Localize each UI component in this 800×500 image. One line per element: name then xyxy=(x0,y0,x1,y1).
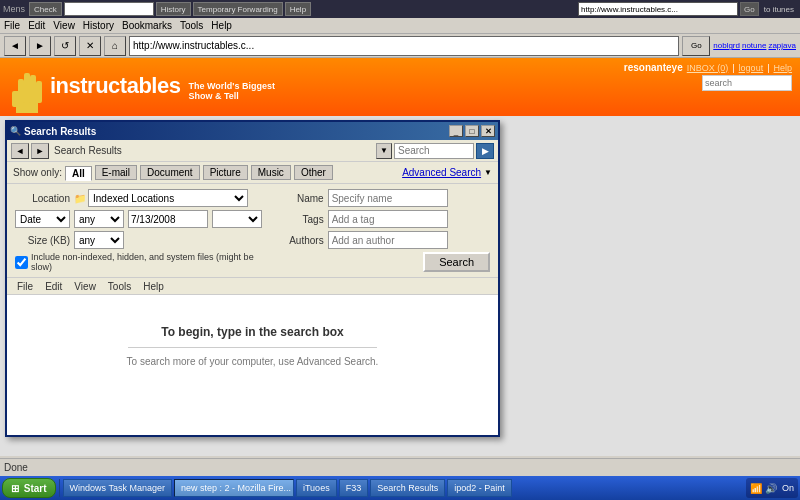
random-email-input[interactable] xyxy=(64,2,154,16)
tab-picture[interactable]: Picture xyxy=(203,165,248,180)
search-submit-btn[interactable]: Search xyxy=(423,252,490,272)
results-content-area: To begin, type in the search box To sear… xyxy=(7,295,498,435)
date-value-input[interactable] xyxy=(128,210,208,228)
svg-rect-3 xyxy=(30,75,36,103)
address-bar[interactable] xyxy=(578,2,738,16)
logo-hand-icon xyxy=(8,61,46,113)
include-noindex-checkbox[interactable] xyxy=(15,256,28,269)
minimize-button[interactable]: _ xyxy=(449,125,463,137)
taskbar-item-1[interactable]: new step : 2 - Mozilla Fire... xyxy=(174,479,294,497)
menu-help-ff[interactable]: Help xyxy=(211,20,232,31)
instructables-header: instructables The World's Biggest Show &… xyxy=(0,58,800,116)
search-title-display: Search Results xyxy=(51,143,374,159)
taskbar-item-0-label: Windows Task Manager xyxy=(70,483,165,493)
svg-rect-2 xyxy=(24,73,30,103)
authors-label: Authors xyxy=(279,235,324,246)
taskbar-divider xyxy=(59,479,60,497)
taskbar-item-1-label: new step : 2 - Mozilla Fire... xyxy=(181,483,291,493)
show-only-bar: Show only: All E-mail Document Picture M… xyxy=(7,162,498,184)
back-button[interactable]: ◄ xyxy=(4,36,26,56)
date-end-select[interactable] xyxy=(212,210,262,228)
window-menu-edit[interactable]: Edit xyxy=(39,280,68,293)
url-bar[interactable] xyxy=(129,36,679,56)
taskbar-item-3-label: F33 xyxy=(346,483,362,493)
menu-history[interactable]: History xyxy=(83,20,114,31)
inbox-badge[interactable]: INBOX (0) xyxy=(687,63,729,73)
search-dropdown-btn[interactable]: ▼ xyxy=(376,143,392,159)
tab-document[interactable]: Document xyxy=(140,165,200,180)
date-any-select[interactable]: any xyxy=(74,210,124,228)
size-any-select[interactable]: any xyxy=(74,231,124,249)
window-titlebar: 🔍 Search Results _ □ ✕ xyxy=(7,122,498,140)
logout-link[interactable]: logout xyxy=(739,63,764,73)
instructables-tagline: The World's Biggest Show & Tell xyxy=(189,81,275,101)
check-btn[interactable]: Check xyxy=(29,2,62,16)
forward-button[interactable]: ► xyxy=(29,36,51,56)
home-button[interactable]: ⌂ xyxy=(104,36,126,56)
tab-other[interactable]: Other xyxy=(294,165,333,180)
bm-zapjava[interactable]: zapjava xyxy=(768,41,796,50)
search-box-input[interactable] xyxy=(394,143,474,159)
results-divider xyxy=(128,347,376,348)
stop-button[interactable]: ✕ xyxy=(79,36,101,56)
window-controls: _ □ ✕ xyxy=(449,125,495,137)
bm-notune[interactable]: notune xyxy=(742,41,766,50)
tab-all[interactable]: All xyxy=(65,166,92,181)
menu-edit[interactable]: Edit xyxy=(28,20,45,31)
location-select[interactable]: Indexed Locations xyxy=(88,189,248,207)
browser-frame: Mens Check History Temporary Forwarding … xyxy=(0,0,800,500)
size-label: Size (KB) xyxy=(15,235,70,246)
menu-bookmarks[interactable]: Bookmarks xyxy=(122,20,172,31)
search-forward-btn[interactable]: ► xyxy=(31,143,49,159)
firefox-menubar: File Edit View History Bookmarks Tools H… xyxy=(0,18,800,34)
maximize-button[interactable]: □ xyxy=(465,125,479,137)
search-go-icon-btn[interactable]: ▶ xyxy=(476,143,494,159)
window-menu-file[interactable]: File xyxy=(11,280,39,293)
advanced-search-arrow[interactable]: ▼ xyxy=(484,168,492,177)
left-form-column: Location 📁 Indexed Locations Da xyxy=(15,189,269,272)
tab-email[interactable]: E-mail xyxy=(95,165,137,180)
window-menu-view[interactable]: View xyxy=(68,280,102,293)
window-menu-help[interactable]: Help xyxy=(137,280,170,293)
reload-button[interactable]: ↺ xyxy=(54,36,76,56)
windows-taskbar: ⊞ Start Windows Task Manager new step : … xyxy=(0,476,800,500)
logo-text-area: instructables The World's Biggest Show &… xyxy=(50,73,275,100)
menu-view[interactable]: View xyxy=(53,20,75,31)
header-search-input[interactable] xyxy=(702,75,792,91)
page-content: 🔍 Search Results _ □ ✕ ◄ ► Search Result… xyxy=(0,116,800,456)
taskbar-clock: On xyxy=(782,483,794,493)
help-btn[interactable]: Help xyxy=(285,2,311,16)
taskbar-item-4[interactable]: Search Results xyxy=(370,479,445,497)
authors-input[interactable] xyxy=(328,231,448,249)
taskbar-item-3[interactable]: F33 xyxy=(339,479,369,497)
menu-file[interactable]: File xyxy=(4,20,20,31)
date-type-select[interactable]: Date xyxy=(15,210,70,228)
search-form: Location 📁 Indexed Locations Da xyxy=(7,184,498,277)
location-label: Location xyxy=(15,193,70,204)
taskbar-item-2[interactable]: iTuoes xyxy=(296,479,337,497)
menu-tools[interactable]: Tools xyxy=(180,20,203,31)
bm-noblgrd[interactable]: noblgrd xyxy=(713,41,740,50)
header-user-area: resonanteye INBOX (0) | logout | Help xyxy=(624,62,792,91)
window-menu-tools[interactable]: Tools xyxy=(102,280,137,293)
history-btn[interactable]: History xyxy=(156,2,191,16)
results-main-text: To begin, type in the search box xyxy=(27,325,478,339)
temp-forwarding-btn[interactable]: Temporary Forwarding xyxy=(193,2,283,16)
close-button[interactable]: ✕ xyxy=(481,125,495,137)
url-go-btn[interactable]: Go xyxy=(682,36,710,56)
taskbar-item-5[interactable]: ipod2 - Paint xyxy=(447,479,512,497)
tab-music[interactable]: Music xyxy=(251,165,291,180)
help-link[interactable]: Help xyxy=(773,63,792,73)
window-icon: 🔍 xyxy=(10,126,21,136)
extra-btn[interactable]: to itunes xyxy=(761,5,797,14)
advanced-search-link[interactable]: Advanced Search xyxy=(402,167,481,178)
go-button[interactable]: Go xyxy=(740,2,759,16)
svg-rect-4 xyxy=(36,81,42,103)
start-button[interactable]: ⊞ Start xyxy=(2,478,56,498)
tags-input[interactable] xyxy=(328,210,448,228)
name-input[interactable] xyxy=(328,189,448,207)
taskbar-item-0[interactable]: Windows Task Manager xyxy=(63,479,172,497)
firefox-nav-toolbar: ◄ ► ↺ ✕ ⌂ Go noblgrd notune zapjava xyxy=(0,34,800,58)
svg-rect-5 xyxy=(12,91,20,107)
search-back-btn[interactable]: ◄ xyxy=(11,143,29,159)
